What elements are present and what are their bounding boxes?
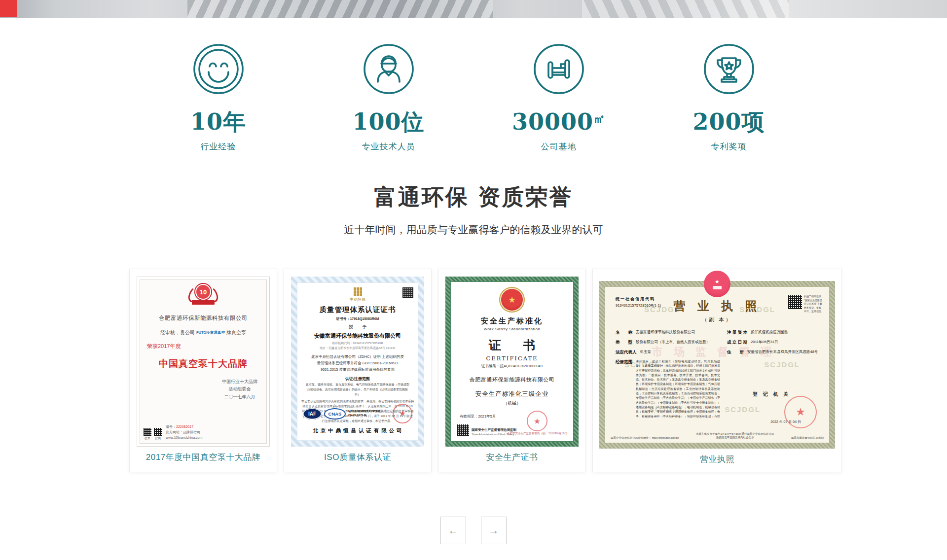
serial-number: 222082017 xyxy=(176,425,193,428)
field-row: 经营范围 许可项目：建设工程施工（除核电站建设经营、民用机场建设）；建设工程设计… xyxy=(616,359,720,418)
certification-grade: 安全生产标准化三级企业 xyxy=(475,390,549,398)
committee-block: 中国行业十大品牌 活动组委会 二〇一七年六月 xyxy=(222,378,257,401)
mgmt-line: MANAGEMENT SYSTEM xyxy=(348,410,380,414)
certificate-card-iso[interactable]: 中鼎恒昌 质量管理体系认证证书 证书号：17918Q15083R0M 授 予 安… xyxy=(284,269,432,472)
field-row: 成 立 日 期 2011年05月31日 xyxy=(727,340,830,346)
business-license-certificate: SCJDGL SCJDGL SCJDGL SCJDGL SCJDGL SCJDG… xyxy=(599,281,835,449)
certificate-footer: 榜单 官网 编号：222082017 官方网站：品牌排行网 www.10bran… xyxy=(144,424,202,441)
stat-number: 10 xyxy=(190,108,223,135)
red-seal-icon: ★ xyxy=(393,404,412,423)
org-code-line: 组织机构代码：91340121575728510R xyxy=(303,341,412,346)
certificate-title-en: CERTIFICATE xyxy=(486,355,538,362)
safety-certificate-paper: ★ 安全生产标准化 Work Safety Standardization 证 … xyxy=(450,281,574,442)
field-row: 类 型 股份有限公司（非上市、自然人投资或控股） xyxy=(616,340,720,346)
certificate-title: 证 书 xyxy=(480,337,545,353)
qr-code-icon xyxy=(144,428,151,436)
qr-code-icon xyxy=(788,295,802,309)
footer-left: 国家企业信用信息公示系统网址： http://www.gsxt.gov.cn xyxy=(611,436,679,440)
field-value: 年玉堂 xyxy=(640,350,652,355)
award-medal-icon: 10 xyxy=(186,284,220,307)
stat-patents: 200项 专利奖项 xyxy=(644,43,814,152)
red-seal-icon: ★ xyxy=(784,396,817,428)
card-caption: ISO质量体系认证 xyxy=(324,452,391,463)
awarded-company: 合肥富通环保新能源科技有限公司 xyxy=(159,315,248,322)
review-suffix: 牌真空泵 xyxy=(226,329,246,336)
smiley-face-icon xyxy=(193,43,244,95)
field-label: 类 型 xyxy=(616,340,632,346)
org-meta: 组织机构代码：91340121575728510R 地址：安徽省合肥市长丰县双凤… xyxy=(303,341,412,350)
medal-number: 10 xyxy=(195,284,211,300)
certificate-card-license[interactable]: SCJDGL SCJDGL SCJDGL SCJDGL SCJDGL SCJDG… xyxy=(592,269,842,472)
banner-texture xyxy=(582,0,789,18)
stat-unit: 年 xyxy=(223,108,246,135)
qr-code-icon xyxy=(154,428,162,436)
qr-code-icon xyxy=(457,424,469,436)
stamp-zone: ★ 合肥市安全生产监督管理局（核） 2018年6月19日 xyxy=(507,411,567,435)
serial-block: 编号：222082017 官方网站：品牌排行网 www.10brandchina… xyxy=(166,424,202,441)
iso-certificate-paper: 中鼎恒昌 质量管理体系认证证书 证书号：17918Q15083R0M 授 予 安… xyxy=(297,282,418,441)
certification-category: （机械） xyxy=(503,400,521,407)
left-arrow-icon: ← xyxy=(448,525,459,536)
iso-certificate: 中鼎恒昌 质量管理体系认证证书 证书号：17918Q15083R0M 授 予 安… xyxy=(291,277,424,447)
stat-value: 100位 xyxy=(352,110,424,133)
stat-value: 30000㎡ xyxy=(512,110,605,133)
certificate-card-safety[interactable]: ★ 安全生产标准化 Work Safety Standardization 证 … xyxy=(438,269,586,472)
iaf-logo: IAF xyxy=(303,408,322,420)
license-paper: SCJDGL SCJDGL SCJDGL SCJDGL SCJDGL SCJDG… xyxy=(605,286,830,443)
certified-company: 合肥富通环保新能源科技有限公司 xyxy=(470,376,555,384)
next-arrow-button[interactable]: → xyxy=(481,517,507,544)
emblem-gate xyxy=(713,286,722,289)
field-row: 住 所 安徽省合肥市长丰县双凤开发区凤霞路48号 xyxy=(727,350,830,355)
qr-block: 榜单 xyxy=(144,428,151,441)
footer-center: 市场主体应当于每年1月1日至6月30日通过国家企业信用信息公示系统报送年度报告并… xyxy=(695,432,774,440)
grant-label: 授 予 xyxy=(345,324,371,330)
award-title: 中国真空泵十大品牌 xyxy=(159,357,248,370)
scope-title: 认证/注册范围 xyxy=(345,376,370,382)
field-value: 2011年05月31日 xyxy=(751,340,778,346)
qr-note: 扫描二维码登录“国家企业信用信息公示系统”了解更多登记、备案、许可、监管信息。 xyxy=(804,295,824,314)
stat-label: 专利奖项 xyxy=(711,141,747,152)
issuer-logo-icon xyxy=(354,287,362,296)
certificate-number: 证书编号：皖AQB3401JX201800049 xyxy=(481,364,543,369)
review-prefix: 经审核，贵公司 xyxy=(160,329,195,336)
mgmt-line: CNAS C171-M xyxy=(348,414,380,418)
top-banner-edge xyxy=(0,0,947,18)
license-right-fields: 注 册 资 本 贰仟贰佰贰拾伍万圆整 成 立 日 期 2011年05月31日 住… xyxy=(727,330,830,359)
watermark: SCJDGL xyxy=(764,360,800,369)
card-caption: 安全生产证书 xyxy=(486,452,538,463)
carousel-navigation: ← → xyxy=(0,517,947,544)
stat-unit: 项 xyxy=(742,108,765,135)
safety-header-en: Work Safety Standardization xyxy=(484,327,541,331)
field-row: 法定代表人 年玉堂 xyxy=(616,350,720,355)
certificate-card-brand-award[interactable]: 10 合肥富通环保新能源科技有限公司 经审核，贵公司 FUTON·富通真空 牌真… xyxy=(129,269,277,472)
issuer-full-name: 北 京 中 鼎 恒 昌 认 证 有 限 公 司 xyxy=(297,427,418,434)
stat-technicians: 100位 专业技术人员 xyxy=(303,43,474,152)
stat-number: 30000 xyxy=(512,108,593,135)
certified-company: 安徽富通环保节能科技股份有限公司 xyxy=(314,332,401,340)
card-caption: 营业执照 xyxy=(700,454,734,465)
field-label: 注 册 资 本 xyxy=(727,330,747,336)
field-value: 股份有限公司（非上市、自然人投资或控股） xyxy=(636,340,710,346)
committee-line: 活动组委会 xyxy=(222,385,257,393)
factory-base-icon xyxy=(533,43,584,95)
red-seal-icon: ★ xyxy=(527,411,547,431)
org-address-line: 地址：安徽省合肥市长丰县双凤开发区凤霞路48号 231131 xyxy=(303,346,412,351)
official-site-line: 官方网站：品牌排行网 xyxy=(166,430,202,435)
qr-block: 官网 xyxy=(154,428,162,441)
safety-certificate: ★ 安全生产标准化 Work Safety Standardization 证 … xyxy=(445,277,579,447)
prev-arrow-button[interactable]: ← xyxy=(440,517,466,544)
license-subtitle: （副 本） xyxy=(605,316,830,323)
stat-number: 200 xyxy=(692,108,741,135)
national-emblem-icon: ★ xyxy=(501,289,523,311)
field-label: 住 所 xyxy=(727,350,744,355)
license-left-fields: 名 称 安徽富通环保节能科技股份有限公司 类 型 股份有限公司（非上市、自然人投… xyxy=(616,330,720,421)
field-label: 名 称 xyxy=(616,330,632,336)
brand-award-certificate: 10 合肥富通环保新能源科技有限公司 经审核，贵公司 FUTON·富通真空 牌真… xyxy=(137,277,270,447)
certificate-footnote: — xyxy=(297,435,418,438)
serial-label: 编号： xyxy=(166,425,176,428)
field-value: 安徽富通环保节能科技股份有限公司 xyxy=(636,330,695,336)
emblem-star: ★ xyxy=(715,279,720,284)
red-corner-widget[interactable] xyxy=(0,0,17,17)
national-emblem-icon: ★ xyxy=(704,271,730,297)
review-line: 经审核，贵公司 FUTON·富通真空 牌真空泵 xyxy=(160,329,246,336)
